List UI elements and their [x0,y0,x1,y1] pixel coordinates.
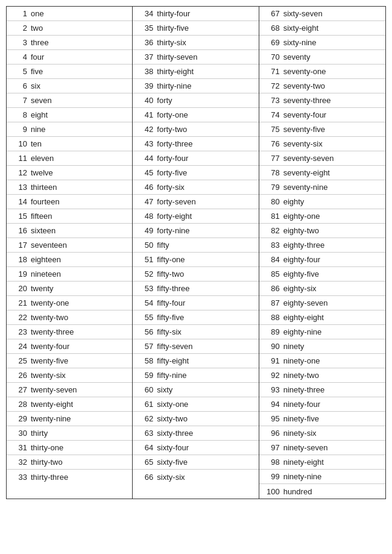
number-value: 7 [10,96,27,105]
table-row: 51fifty-one [133,253,258,267]
table-row: 75seventy-five [259,122,385,137]
number-word: eighty-four [283,255,320,264]
number-word: seventy-seven [283,154,334,163]
number-value: 98 [263,458,280,467]
table-row: 67sixty-seven [259,7,385,21]
number-word: eighty-seven [283,298,328,307]
number-value: 29 [10,414,27,423]
number-word: eighty-three [283,241,325,250]
number-word: four [31,52,44,61]
number-value: 51 [136,255,153,264]
table-row: 64sixty-four [133,441,258,455]
number-word: ninety-seven [283,443,328,452]
number-word: sixty-nine [283,38,317,47]
number-word: forty-nine [157,226,189,235]
number-value: 57 [136,342,153,351]
table-row: 74seventy-four [259,108,385,122]
number-word: three [31,38,49,47]
number-word: thirty [31,429,48,438]
table-row: 82eighty-two [259,224,385,238]
number-word: seventy-nine [283,183,328,192]
table-row: 15fifteen [7,209,132,224]
number-word: forty-three [157,139,192,148]
table-row: 38thirty-eight [133,65,258,79]
table-row: 92ninety-two [259,368,385,383]
table-grid: 1one2two3three4four5five6six7seven8eight… [7,7,385,499]
table-row: 73seventy-three [259,93,385,108]
table-row: 30thirty [7,426,132,441]
table-row: 29twenty-nine [7,412,132,426]
table-row: 20twenty [7,282,132,296]
number-table: 1one2two3three4four5five6six7seven8eight… [6,6,386,499]
table-row: 3three [7,36,132,50]
number-value: 47 [136,197,153,206]
table-row: 93ninety-three [259,383,385,397]
number-word: ninety-one [283,356,320,365]
table-row: 4four [7,50,132,65]
number-word: seventy-one [283,67,326,76]
number-value: 82 [263,226,280,235]
table-row: 66sixty-six [133,470,258,484]
number-word: nine [31,125,46,134]
number-word: ninety-four [283,400,320,409]
table-row: 1one [7,7,132,21]
number-word: thirty-four [157,9,190,18]
number-value: 41 [136,110,153,119]
table-row: 33thirty-three [7,470,132,484]
table-row: 68sixty-eight [259,21,385,36]
number-word: hundred [283,487,312,496]
number-value: 27 [10,385,27,394]
number-word: seventy-two [283,81,325,90]
number-value: 58 [136,356,153,365]
number-value: 38 [136,67,153,76]
number-value: 37 [136,52,153,61]
table-row: 26twenty-six [7,368,132,383]
number-word: twenty-eight [31,400,73,409]
table-row: 23twenty-three [7,325,132,339]
number-value: 26 [10,371,27,380]
number-value: 14 [10,197,27,206]
number-word: forty-six [157,183,185,192]
number-word: sixty-five [157,458,188,467]
number-word: ninety-six [283,429,317,438]
number-value: 84 [263,255,280,264]
number-word: sixteen [31,226,55,235]
table-row: 9nine [7,122,132,137]
number-value: 65 [136,458,153,467]
table-row: 49forty-nine [133,224,258,238]
number-value: 63 [136,429,153,438]
number-word: eighty [283,197,305,206]
number-value: 69 [263,38,280,47]
table-row: 90ninety [259,339,385,354]
table-row: 94ninety-four [259,397,385,412]
table-row: 25twenty-five [7,354,132,368]
number-word: twenty-three [31,327,74,336]
table-row: 57fifty-seven [133,339,258,354]
number-word: twelve [31,168,53,177]
table-row: 99ninety-nine [259,470,385,484]
number-value: 5 [10,67,27,76]
table-row: 37thirty-seven [133,50,258,65]
number-word: five [31,67,43,76]
number-value: 54 [136,298,153,307]
number-word: twenty [31,284,54,293]
number-word: sixty-one [157,400,188,409]
number-value: 96 [263,429,280,438]
number-value: 61 [136,400,153,409]
number-word: fifty-two [157,269,184,279]
column-2: 34thirty-four35thirty-five36thirty-six37… [133,7,259,499]
number-value: 25 [10,356,27,365]
table-row: 42forty-two [133,122,258,137]
number-word: sixty-three [157,429,193,438]
table-row: 7seven [7,93,132,108]
table-row: 100hundred [259,484,385,499]
number-word: two [31,24,43,33]
number-value: 12 [10,168,27,177]
number-word: seventy [283,52,311,61]
number-word: fifty-three [157,284,189,293]
table-row: 18eighteen [7,253,132,267]
table-row: 39thirty-nine [133,79,258,93]
number-value: 16 [10,226,27,235]
number-value: 40 [136,96,153,105]
number-word: thirty-six [157,38,186,47]
